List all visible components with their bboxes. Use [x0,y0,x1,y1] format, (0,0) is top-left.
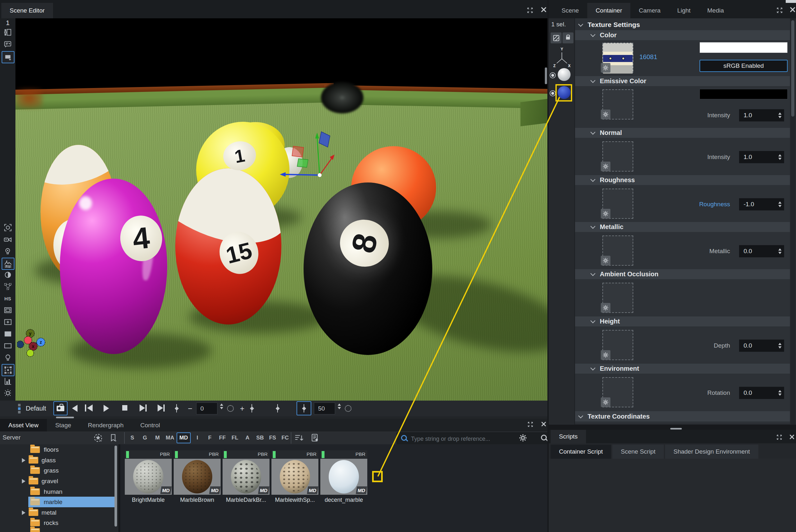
lock-button[interactable] [562,33,574,43]
isolate-button[interactable] [550,33,562,43]
inspector-scrollbar-track[interactable] [791,18,795,425]
tree-item-floors[interactable]: floors [30,444,58,455]
step-forward-button[interactable] [140,404,147,412]
filter-ff[interactable]: FF [216,435,229,441]
viewport-nav-gizmo[interactable]: y z x [17,323,59,378]
playblast-icon[interactable] [3,329,13,339]
texture-tile-marblebrown[interactable]: PBR MD MarbleBrown [174,450,221,503]
filter-a[interactable]: A [241,435,254,441]
viewport-3d[interactable]: 1 4 15 8 y z [15,18,547,401]
filter-g[interactable]: G [139,435,151,441]
section-header-environment[interactable]: Environment [575,364,790,374]
texture-settings-gear[interactable] [601,256,611,265]
frame-stepper[interactable] [220,403,223,409]
stepper-arrows[interactable] [778,154,781,160]
camera-visibility-icon[interactable] [3,234,13,244]
deep-search-icon[interactable] [541,435,547,440]
section-header-ambient-occlusion[interactable]: Ambient Occlusion [575,269,790,279]
close-icon[interactable] [540,6,547,13]
stepper-arrows[interactable] [778,343,781,348]
tree-item-human[interactable]: human [30,487,62,497]
texture-tile-brightmarble[interactable]: PBR MD BrightMarble [125,450,172,503]
render-settings-icon[interactable] [2,258,15,270]
frame-increment-button[interactable]: + [240,404,245,413]
inspector-scrollbar-thumb[interactable] [791,20,794,117]
section-header-texture-coordinates[interactable]: Texture Coordinates [575,411,790,421]
gizmo-plane-red[interactable] [292,146,304,157]
filter-sb[interactable]: SB [254,435,266,441]
statistics-chart-icon[interactable] [3,376,13,386]
tree-item-glass[interactable]: glass [22,455,56,466]
tab-scene-script[interactable]: Scene Script [612,444,664,459]
section-header-metallic[interactable]: Metallic [575,222,790,232]
tab-shader-design-environment[interactable]: Shader Design Environment [665,444,758,459]
sort-icon[interactable] [294,433,304,444]
tree-item-marble-selected[interactable]: marble [30,497,62,507]
go-to-end-button[interactable] [158,404,165,412]
roughness-label[interactable]: Roughness [685,201,730,208]
nav-axis-neg-y[interactable] [27,349,34,357]
expand-icon[interactable] [776,6,783,14]
filter-m[interactable]: M [151,435,164,441]
texture-tile-marbledark[interactable]: PBR MD MarbleDarkBr... [222,450,270,503]
filter-fl[interactable]: FL [229,435,241,441]
keyframe-prev-icon[interactable] [174,404,179,414]
filter-fc[interactable]: FC [279,435,291,441]
section-header-normal[interactable]: Normal [575,128,790,138]
tab-asset-view[interactable]: Asset View [0,419,47,432]
texture-settings-gear[interactable] [601,110,611,119]
play-reverse-button[interactable] [72,405,77,413]
expand-arrow-icon[interactable] [22,479,25,483]
panel-drag-handle[interactable] [56,417,74,418]
texture-settings-gear[interactable] [601,63,611,73]
close-icon[interactable] [541,421,546,427]
expand-arrow-icon[interactable] [22,458,25,462]
texture-settings-gear[interactable] [601,350,611,360]
close-icon[interactable] [789,6,796,13]
gizmo-plane-blue[interactable] [319,132,330,147]
tab-camera[interactable]: Camera [630,3,669,18]
filter-i[interactable]: I [191,435,203,441]
texture-tile-marblewithsp[interactable]: PBR MD MarblewithSp... [271,450,319,503]
ball-4[interactable] [60,178,167,354]
tree-item-gravel[interactable]: gravel [22,476,58,487]
tab-light[interactable]: Light [669,3,699,18]
filter-s[interactable]: S [126,435,139,441]
stop-button[interactable] [122,405,127,412]
expand-arrow-icon[interactable] [22,511,25,515]
tree-item-grass[interactable]: grass [30,465,58,476]
texture-tile-decent-marble[interactable]: PBR MD decent_marble [320,450,367,503]
filter-md-active[interactable]: MD [177,432,191,443]
stepper-arrows[interactable] [778,202,781,207]
frame-end-stepper[interactable] [338,403,341,409]
frame-decrement-button[interactable]: − [188,404,192,413]
keyframe-icon[interactable] [275,404,280,414]
section-header-color[interactable]: Color [575,30,790,40]
normal-intensity-field[interactable]: 1.0 [739,151,784,163]
capture-camera-button[interactable] [53,401,68,415]
texture-settings-header[interactable]: Texture Settings [575,19,790,30]
splitter-handle[interactable] [545,68,547,84]
filter-f[interactable]: F [203,435,216,441]
filter-fs[interactable]: FS [266,435,279,441]
rotation-field[interactable]: 0.0 [739,387,784,399]
framed-view-icon[interactable] [3,305,13,315]
expand-icon[interactable] [776,434,783,441]
material-radio-1[interactable] [550,72,556,78]
section-header-emissive[interactable]: Emissive Color [575,76,790,86]
script-editor-area[interactable] [549,459,796,532]
ball-8[interactable] [304,183,432,355]
pixel-grid-icon[interactable] [3,388,13,398]
frame-current-field[interactable]: 0 [196,402,217,414]
expand-icon[interactable] [526,6,534,14]
material-sphere-white[interactable] [558,68,571,81]
lightbulb-icon[interactable] [3,353,13,362]
tab-stage[interactable]: Stage [47,419,80,432]
tab-container[interactable]: Container [587,3,630,18]
display-mode-selector-icon[interactable] [2,51,15,63]
loop-icon[interactable] [227,405,234,413]
bookmark-icon[interactable] [109,433,118,444]
stepper-arrows[interactable] [778,112,781,118]
playback-preset-label[interactable]: Default [26,405,46,412]
play-button[interactable] [104,405,109,413]
